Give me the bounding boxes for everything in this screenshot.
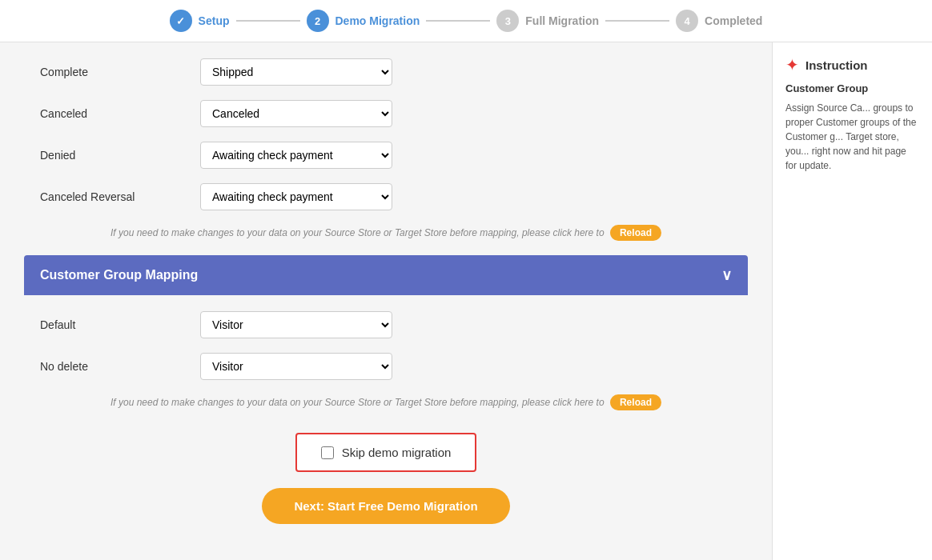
select-default[interactable]: Visitor Guest General bbox=[200, 311, 392, 338]
step-circle-full: 3 bbox=[496, 10, 519, 32]
chevron-down-icon: ∨ bbox=[721, 266, 732, 284]
step-label-full: Full Migration bbox=[525, 14, 599, 27]
label-canceled-reversal: Canceled Reversal bbox=[40, 190, 200, 203]
next-button[interactable]: Next: Start Free Demo Migration bbox=[262, 488, 509, 524]
label-denied: Denied bbox=[40, 149, 200, 162]
instruction-icon: ✦ bbox=[785, 55, 799, 74]
skip-label[interactable]: Skip demo migration bbox=[342, 446, 452, 459]
next-btn-wrapper: Next: Start Free Demo Migration bbox=[24, 488, 748, 524]
customer-reload-button[interactable]: Reload bbox=[610, 394, 661, 410]
form-row-no-delete: No delete Visitor Guest General bbox=[24, 353, 748, 380]
skip-checkbox[interactable] bbox=[321, 446, 334, 459]
select-canceled-reversal[interactable]: Shipped Canceled Awaiting check payment … bbox=[200, 183, 392, 210]
label-complete: Complete bbox=[40, 66, 200, 78]
step-full: 3 Full Migration bbox=[496, 10, 599, 32]
step-circle-completed: 4 bbox=[676, 10, 698, 32]
step-label-demo: Demo Migration bbox=[335, 14, 420, 27]
step-setup: ✓ Setup bbox=[170, 10, 230, 32]
select-canceled[interactable]: Shipped Canceled Awaiting check payment … bbox=[200, 100, 392, 127]
customer-group-header[interactable]: Customer Group Mapping ∨ bbox=[24, 255, 748, 295]
skip-area: Skip demo migration bbox=[295, 433, 477, 472]
order-reload-button[interactable]: Reload bbox=[610, 225, 661, 241]
skip-area-wrapper: Skip demo migration bbox=[24, 425, 748, 472]
step-label-completed: Completed bbox=[705, 14, 762, 27]
select-denied[interactable]: Shipped Canceled Awaiting check payment … bbox=[200, 142, 392, 169]
form-row-canceled-reversal: Canceled Reversal Shipped Canceled Await… bbox=[24, 183, 748, 210]
sidebar-title: Instruction bbox=[805, 58, 868, 72]
label-canceled: Canceled bbox=[40, 107, 200, 120]
step-connector-3 bbox=[605, 20, 669, 22]
sidebar-text: Assign Source Ca... groups to proper Cus… bbox=[785, 101, 919, 173]
sidebar: ✦ Instruction Customer Group Assign Sour… bbox=[772, 42, 932, 560]
form-row-denied: Denied Shipped Canceled Awaiting check p… bbox=[24, 142, 748, 169]
step-circle-demo: 2 bbox=[307, 10, 329, 32]
select-no-delete[interactable]: Visitor Guest General bbox=[200, 353, 392, 380]
stepper-bar: ✓ Setup 2 Demo Migration 3 Full Migratio… bbox=[0, 0, 932, 42]
form-row-canceled: Canceled Shipped Canceled Awaiting check… bbox=[24, 100, 748, 127]
step-connector-1 bbox=[236, 20, 300, 22]
customer-info-text: If you need to make changes to your data… bbox=[24, 394, 748, 410]
step-completed: 4 Completed bbox=[676, 10, 762, 32]
step-demo: 2 Demo Migration bbox=[307, 10, 420, 32]
form-row-default: Default Visitor Guest General bbox=[24, 311, 748, 338]
customer-group-title: Customer Group Mapping bbox=[40, 268, 198, 282]
sidebar-section-title: Customer Group bbox=[785, 82, 919, 94]
select-complete[interactable]: Shipped Canceled Awaiting check payment … bbox=[200, 58, 392, 86]
label-no-delete: No delete bbox=[40, 360, 200, 373]
form-row-complete: Complete Shipped Canceled Awaiting check… bbox=[24, 58, 748, 86]
step-label-setup: Setup bbox=[199, 14, 230, 27]
content-area: Complete Shipped Canceled Awaiting check… bbox=[0, 42, 772, 560]
order-info-text: If you need to make changes to your data… bbox=[24, 225, 748, 241]
label-default: Default bbox=[40, 318, 200, 331]
step-circle-setup: ✓ bbox=[170, 10, 192, 32]
step-connector-2 bbox=[426, 20, 490, 22]
sidebar-title-row: ✦ Instruction bbox=[785, 55, 919, 74]
